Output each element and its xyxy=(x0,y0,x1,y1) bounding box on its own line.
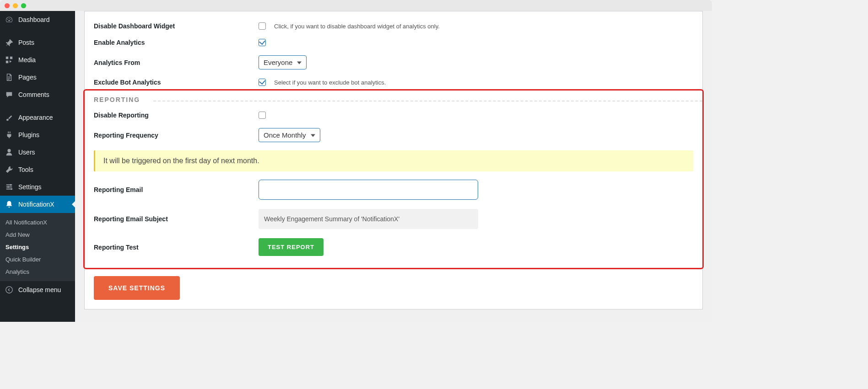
sidebar-submenu: All NotificationX Add New Settings Quick… xyxy=(0,213,75,281)
plug-icon xyxy=(5,130,14,139)
window-titlebar xyxy=(0,0,712,11)
save-settings-button[interactable]: SAVE SETTINGS xyxy=(94,276,180,300)
input-reporting-email[interactable] xyxy=(259,180,478,200)
sliders-icon xyxy=(5,182,14,192)
page-icon xyxy=(5,73,14,82)
comment-icon xyxy=(5,90,14,99)
sidebar-item-settings[interactable]: Settings xyxy=(0,178,75,196)
sidebar-item-users[interactable]: Users xyxy=(0,144,75,161)
label-reporting-email: Reporting Email xyxy=(94,186,249,193)
sidebar-label: Tools xyxy=(18,166,33,173)
sidebar-label: Pages xyxy=(18,74,37,81)
sidebar-item-plugins[interactable]: Plugins xyxy=(0,126,75,144)
settings-panel: Disable Dashboard Widget Click, if you w… xyxy=(84,11,703,309)
window-minimize-dot[interactable] xyxy=(13,3,18,8)
input-reporting-subject[interactable]: Weekly Engagement Summary of 'Notificati… xyxy=(259,209,478,229)
label-disable-widget: Disable Dashboard Widget xyxy=(94,22,249,30)
submenu-add-new[interactable]: Add New xyxy=(0,229,75,241)
reporting-notice: It will be triggered on the first day of… xyxy=(94,150,693,171)
sidebar-item-dashboard[interactable]: Dashboard xyxy=(0,11,75,28)
row-enable-analytics: Enable Analytics xyxy=(85,34,702,51)
help-exclude-bot: Select if you want to exclude bot analyt… xyxy=(274,79,386,86)
submenu-all-notificationx[interactable]: All NotificationX xyxy=(0,216,75,229)
label-reporting-test: Reporting Test xyxy=(94,244,249,251)
sidebar-label: Appearance xyxy=(18,114,53,121)
section-header-reporting: REPORTING xyxy=(85,94,702,107)
checkbox-disable-widget[interactable] xyxy=(259,22,266,30)
label-reporting-frequency: Reporting Frequency xyxy=(94,132,249,139)
help-disable-widget: Click, if you want to disable dashboard … xyxy=(274,23,440,30)
main-content: Disable Dashboard Widget Click, if you w… xyxy=(75,11,712,322)
wrench-icon xyxy=(5,165,14,174)
row-reporting-frequency: Reporting Frequency Once Monthly xyxy=(85,123,702,147)
brush-icon xyxy=(5,113,14,122)
bell-icon xyxy=(5,200,14,209)
submenu-settings[interactable]: Settings xyxy=(0,241,75,253)
row-analytics-from: Analytics From Everyone xyxy=(85,51,702,74)
label-reporting-subject: Reporting Email Subject xyxy=(94,215,249,223)
checkbox-enable-analytics[interactable] xyxy=(259,39,266,46)
svg-point-1 xyxy=(7,186,9,188)
sidebar-label: Media xyxy=(18,56,36,64)
reporting-highlight: REPORTING Disable Reporting Reporting Fr… xyxy=(83,89,704,269)
sidebar-item-pages[interactable]: Pages xyxy=(0,69,75,86)
label-analytics-from: Analytics From xyxy=(94,59,249,66)
checkbox-exclude-bot[interactable] xyxy=(259,79,266,86)
sidebar-item-comments[interactable]: Comments xyxy=(0,86,75,103)
sidebar-item-tools[interactable]: Tools xyxy=(0,161,75,178)
sidebar-label: Settings xyxy=(18,183,42,191)
sidebar-item-notificationx[interactable]: NotificationX xyxy=(0,196,75,213)
submenu-quick-builder[interactable]: Quick Builder xyxy=(0,253,75,266)
sidebar-item-media[interactable]: Media xyxy=(0,51,75,69)
row-disable-reporting: Disable Reporting xyxy=(85,107,702,123)
sidebar-label: Comments xyxy=(18,91,49,98)
media-icon xyxy=(5,55,14,64)
window-zoom-dot[interactable] xyxy=(21,3,26,8)
sidebar-label: NotificationX xyxy=(18,201,54,208)
sidebar-label: Posts xyxy=(18,39,34,46)
row-exclude-bot: Exclude Bot Analytics Select if you want… xyxy=(85,74,702,91)
row-reporting-email: Reporting Email xyxy=(85,175,702,204)
sidebar-item-posts[interactable]: Posts xyxy=(0,34,75,51)
admin-sidebar: Dashboard Posts Media Pages Comments xyxy=(0,11,75,322)
row-reporting-test: Reporting Test TEST REPORT xyxy=(85,234,702,261)
sidebar-label: Dashboard xyxy=(18,16,50,23)
dropdown-analytics-from[interactable]: Everyone xyxy=(259,55,307,69)
pin-icon xyxy=(5,38,14,47)
label-enable-analytics: Enable Analytics xyxy=(94,39,249,46)
row-reporting-subject: Reporting Email Subject Weekly Engagemen… xyxy=(85,204,702,234)
submenu-analytics[interactable]: Analytics xyxy=(0,266,75,278)
svg-point-2 xyxy=(11,188,13,190)
svg-point-3 xyxy=(6,287,12,293)
label-disable-reporting: Disable Reporting xyxy=(94,112,249,119)
collapse-menu[interactable]: Collapse menu xyxy=(0,281,75,298)
row-disable-dashboard-widget: Disable Dashboard Widget Click, if you w… xyxy=(85,18,702,34)
collapse-icon xyxy=(5,285,14,294)
test-report-button[interactable]: TEST REPORT xyxy=(259,238,323,256)
dropdown-reporting-frequency[interactable]: Once Monthly xyxy=(259,128,320,142)
collapse-label: Collapse menu xyxy=(18,286,61,293)
label-exclude-bot: Exclude Bot Analytics xyxy=(94,79,249,86)
window-close-dot[interactable] xyxy=(5,3,10,8)
svg-point-0 xyxy=(10,184,12,186)
checkbox-disable-reporting[interactable] xyxy=(259,112,266,119)
user-icon xyxy=(5,148,14,157)
sidebar-label: Users xyxy=(18,149,35,156)
sidebar-label: Plugins xyxy=(18,131,39,139)
sidebar-item-appearance[interactable]: Appearance xyxy=(0,109,75,126)
dashboard-icon xyxy=(5,15,14,24)
